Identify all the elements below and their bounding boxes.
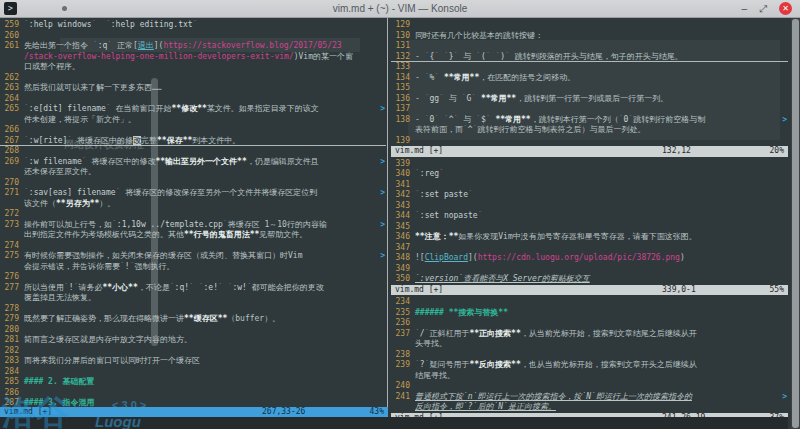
line-number: 234 (391, 297, 410, 308)
line-number: 132 (391, 52, 410, 63)
editor-line: 270 (0, 178, 386, 189)
line-number: 236 (391, 318, 410, 329)
line-number: 340 (391, 169, 410, 180)
editor-line: 件未创建，将提示「新文件」。 (0, 115, 386, 126)
editor-line: 340`:reg` (391, 169, 788, 180)
line-number: 237 (391, 329, 410, 340)
line-number: 235 (391, 308, 410, 319)
editor-line: 该文件（**另存为**）。 (0, 199, 386, 210)
scrollbar-thumb[interactable] (792, 19, 799, 428)
status-percent: 43% (354, 407, 384, 418)
line-number: 346 (391, 232, 410, 243)
editor-line: 274 (0, 241, 386, 252)
line-number: 286 (0, 388, 19, 399)
editor-line: 285#### 2. 基础配置 (0, 377, 386, 388)
editor-line: 272 (0, 209, 386, 220)
editor-line: 265`:e[dit] filename` 在当前窗口开始**修改**某文件。如… (0, 104, 386, 115)
line-number: 341 (391, 180, 410, 191)
line-number: 275 (0, 251, 19, 262)
close-button[interactable]: ✕ (779, 2, 792, 15)
line-number: 131 (391, 41, 410, 52)
editor-line: 264 (0, 94, 386, 105)
editor-line: 283而将来我们分屏后的窗口可以同时打开一个缓存区 (0, 356, 386, 367)
terminal-area: 网站设计收费标准 259`:help windows` `:help editi… (0, 18, 800, 429)
statusline-left-active: vim.md [+] 267,33-26 43% (0, 407, 388, 418)
editor-line: 236 (391, 318, 788, 329)
editor-line: 344`:set nopaste` (391, 211, 788, 222)
editor-line: 133 (391, 62, 788, 73)
line-number: 135 (391, 83, 410, 94)
status-filename: vim.md [+] (395, 146, 443, 157)
vim-window-left[interactable]: 259`:help windows` `:help editing.txt`26… (0, 18, 386, 417)
status-ruler: 267,33-26 (262, 407, 354, 418)
line-number: 137 (391, 104, 410, 115)
terminal-scrollbar[interactable] (791, 18, 800, 429)
editor-line: 覆盖掉且无法恢复。 (0, 293, 386, 304)
line-number: 267 (0, 136, 19, 147)
editor-line: 138- `0` `^` 与 `$` **常用**，跳转到本行第一个列（`0`跳… (391, 115, 788, 126)
line-number: 278 (0, 304, 19, 315)
editor-line: 还未保存至原文件。 (0, 167, 386, 178)
line-number: 265 (0, 104, 19, 115)
line-number: 342 (391, 190, 410, 201)
editor-line: 268 (0, 146, 386, 157)
line-number: 279 (0, 314, 19, 325)
line-number: 349 (391, 264, 410, 275)
editor-line: 表符前面，而`^`跳转到行前空格与制表符之后）与最后一列处。 (391, 125, 788, 136)
editor-line: 266 (0, 125, 386, 136)
line-number: 139 (391, 136, 410, 147)
line-number: 239 (391, 360, 410, 371)
editor-line: 350`:version`查看能否与X Server的剪贴板交互 (391, 274, 788, 285)
minimize-button[interactable]: – (741, 4, 747, 14)
editor-line: 口或整个程序。 (0, 62, 386, 73)
editor-line: 235###### **搜索与替换** (391, 308, 788, 319)
line-number: 281 (0, 335, 19, 346)
vim-window-right-middle[interactable]: 339340`:reg`341342`:set paste`343344`:se… (391, 157, 788, 296)
editor-line: 342`:set paste` (391, 190, 788, 201)
vim-command-line[interactable] (0, 417, 788, 429)
editor-line: 349 (391, 264, 788, 275)
line-number: 138 (391, 115, 410, 126)
line-number: 238 (391, 350, 410, 361)
window-title: vim.md + (~) - VIM — Konsole (0, 3, 800, 14)
vertical-split-separator[interactable] (387, 18, 388, 417)
maximize-button[interactable]: ⤢ (759, 4, 767, 14)
line-number: 129 (391, 20, 410, 31)
editor-line: 345 (391, 222, 788, 233)
vim-windows-right: 129130同时还有几个比较基本的跳转按键：131132- `{` `}` 与 … (391, 18, 788, 417)
line-wrap-indicator: > (380, 188, 385, 199)
editor-line: 反向指令，即`?`后的`N`是正向搜索。 (391, 402, 788, 413)
statusline-right-top: vim.md [+] 132,12 20% (391, 146, 788, 157)
editor-lines-left: 259`:help windows` `:help editing.txt`26… (0, 18, 386, 409)
line-number: 285 (0, 377, 19, 388)
window-titlebar: > vim.md + (~) - VIM — Konsole – ⤢ ✕ (0, 0, 800, 18)
line-wrap-indicator: > (782, 392, 787, 403)
editor-line: 269`:w filename` 将缓存区中的修改**输出至另外一个文件**，仍… (0, 157, 386, 168)
line-number: 264 (0, 94, 19, 105)
line-number: 284 (0, 367, 19, 378)
vim-window-right-bottom[interactable]: 234235###### **搜索与替换**236237`/`正斜杠用于**正向… (391, 295, 788, 417)
line-number: 347 (391, 243, 410, 254)
editor-line: 134- `%` **常用**，在匹配的括号之间移动。 (391, 73, 788, 84)
editor-line: 259`:help windows` `:help editing.txt` (0, 20, 386, 31)
editor-line: 139 (391, 136, 788, 147)
line-number: 134 (391, 73, 410, 84)
editor-line: 237`/`正斜杠用于**正向搜索**，从当前光标开始，搜索到文章结尾之后继续从… (391, 329, 788, 340)
line-number: 133 (391, 62, 410, 73)
editor-line: 131 (391, 41, 788, 52)
line-number: 269 (0, 157, 19, 168)
editor-line: 136- `gg` 与 `G` **常用**，跳转到第一行第一列或最后一行第一列… (391, 94, 788, 105)
line-number: 272 (0, 209, 19, 220)
line-number: 268 (0, 146, 19, 157)
editor-line: 267`:w[rite]` 将缓存区中的修改完整**保存**到本文件中。 (0, 136, 386, 147)
line-number: 240 (391, 381, 410, 392)
line-number: 261 (0, 41, 19, 52)
line-number: 276 (0, 272, 19, 283)
editor-line: 280 (0, 325, 386, 336)
line-number: 350 (391, 274, 410, 285)
editor-line: 263然后我们就可以来了解一下更多东西…… (0, 83, 386, 94)
editor-line: 277所以当使用`!`请务必**小心**，不论是`:q!` `:e!` `:w!… (0, 283, 386, 294)
status-filename: vim.md [+] (395, 285, 443, 296)
editor-line: 238 (391, 350, 788, 361)
vim-window-right-top[interactable]: 129130同时还有几个比较基本的跳转按键：131132- `{` `}` 与 … (391, 18, 788, 157)
